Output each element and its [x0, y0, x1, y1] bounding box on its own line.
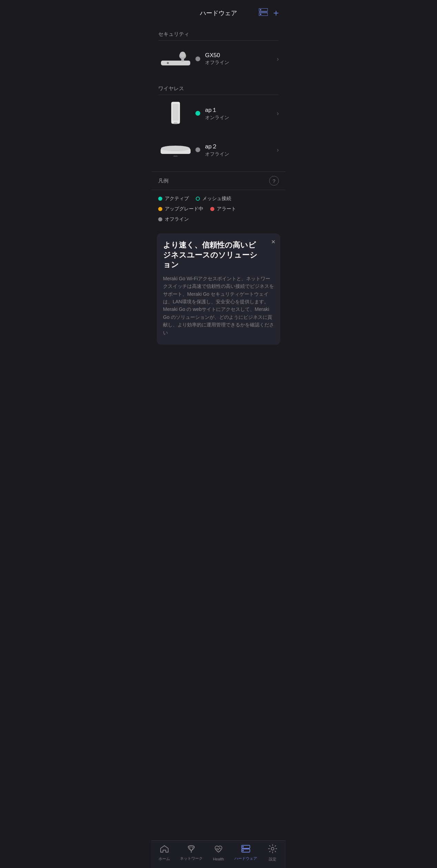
ap1-info: ap１ オンライン [205, 106, 274, 121]
nav-health[interactable]: Health [208, 845, 229, 861]
home-label: ホーム [159, 856, 170, 861]
add-icon[interactable]: + [273, 8, 279, 19]
offline-label: オフライン [165, 216, 189, 222]
legend-item-alert: アラート [210, 206, 236, 212]
legend-section: 凡例 ? アクティブ メッシュ接続 アップグレード中 アラート オフライン [151, 171, 286, 228]
alert-dot [210, 207, 214, 211]
active-dot [158, 197, 162, 201]
filter-icon[interactable] [259, 8, 268, 18]
mesh-label: メッシュ接続 [202, 196, 231, 202]
promo-title: より速く、信頼性の高いビジネスユースのソリューション [163, 240, 274, 270]
device-ap2[interactable]: cisco ap２ オフライン › [151, 132, 286, 168]
legend-item-upgrade: アップグレード中 [158, 206, 203, 212]
ap2-name: ap２ [205, 143, 274, 150]
security-section: セキュリティ GX50 オフライン › [151, 23, 286, 77]
svg-rect-4 [161, 61, 190, 65]
promo-card: × より速く、信頼性の高いビジネスユースのソリューション Meraki Go W… [157, 233, 280, 345]
settings-label: 設定 [269, 857, 276, 862]
ap2-image: cisco [158, 138, 193, 162]
legend-help-button[interactable]: ? [269, 176, 279, 186]
device-gx50[interactable]: GX50 オフライン › [151, 41, 286, 77]
svg-text:cisco: cisco [173, 155, 177, 157]
svg-point-23 [271, 847, 274, 850]
home-icon [160, 845, 169, 855]
gx50-status-dot [195, 56, 200, 61]
ap1-chevron: › [277, 110, 279, 117]
gx50-chevron: › [277, 55, 279, 63]
nav-hardware[interactable]: ハードウェア [234, 845, 257, 861]
active-label: アクティブ [165, 196, 189, 202]
upgrade-label: アップグレード中 [165, 206, 203, 212]
ap2-chevron: › [277, 146, 279, 154]
nav-home[interactable]: ホーム [154, 845, 175, 861]
offline-dot [158, 217, 162, 221]
legend-item-active: アクティブ [158, 196, 189, 202]
mesh-dot [196, 197, 200, 201]
legend-header: 凡例 ? [151, 171, 286, 190]
alert-label: アラート [217, 206, 236, 212]
nav-network[interactable]: ネットワーク [180, 845, 203, 861]
page-title: ハードウェア [200, 9, 237, 17]
security-label: セキュリティ [151, 23, 286, 40]
gx50-image [158, 47, 193, 71]
svg-point-7 [180, 52, 185, 57]
promo-close-button[interactable]: × [271, 238, 275, 245]
ap1-status-dot [195, 111, 200, 116]
svg-rect-3 [260, 14, 261, 15]
health-label: Health [213, 857, 224, 861]
svg-rect-20 [242, 846, 244, 848]
wireless-label: ワイヤレス [151, 77, 286, 95]
legend-item-mesh: メッシュ接続 [196, 196, 231, 202]
svg-rect-22 [242, 850, 244, 851]
legend-title: 凡例 [158, 178, 169, 184]
legend-item-offline: オフライン [158, 216, 279, 222]
ap1-status: オンライン [205, 115, 274, 121]
svg-rect-1 [260, 9, 261, 11]
ap2-status: オフライン [205, 151, 274, 157]
header: ハードウェア + [151, 3, 286, 23]
bottom-nav: ホーム ネットワーク Health [151, 840, 286, 868]
help-icon: ? [273, 178, 275, 184]
svg-point-8 [167, 62, 169, 64]
ap2-info: ap２ オフライン [205, 143, 274, 157]
upgrade-dot [158, 207, 162, 211]
network-label: ネットワーク [180, 856, 203, 861]
settings-icon [268, 844, 277, 855]
gx50-name: GX50 [205, 52, 274, 59]
svg-point-14 [161, 146, 190, 151]
svg-text:cisco: cisco [174, 123, 177, 125]
legend-items: アクティブ メッシュ接続 アップグレード中 アラート オフライン [151, 190, 286, 228]
svg-rect-10 [172, 104, 179, 121]
ap1-image: cisco [158, 101, 193, 125]
network-icon [187, 845, 196, 855]
hardware-label: ハードウェア [234, 856, 257, 861]
ap1-name: ap１ [205, 106, 274, 114]
header-actions: + [259, 8, 279, 19]
ap2-status-dot [195, 147, 200, 152]
wireless-section: ワイヤレス cisco ap１ オンライン › cisco [151, 77, 286, 168]
health-icon [214, 845, 223, 856]
device-ap1[interactable]: cisco ap１ オンライン › [151, 95, 286, 132]
nav-settings[interactable]: 設定 [262, 844, 283, 862]
gx50-info: GX50 オフライン [205, 52, 274, 66]
gx50-status: オフライン [205, 60, 274, 66]
promo-body: Meraki Go Wi-Fiアクセスポイントと、ネットワークスイッチは高速で信… [163, 275, 274, 336]
hardware-icon [241, 845, 250, 855]
svg-point-18 [191, 852, 192, 853]
